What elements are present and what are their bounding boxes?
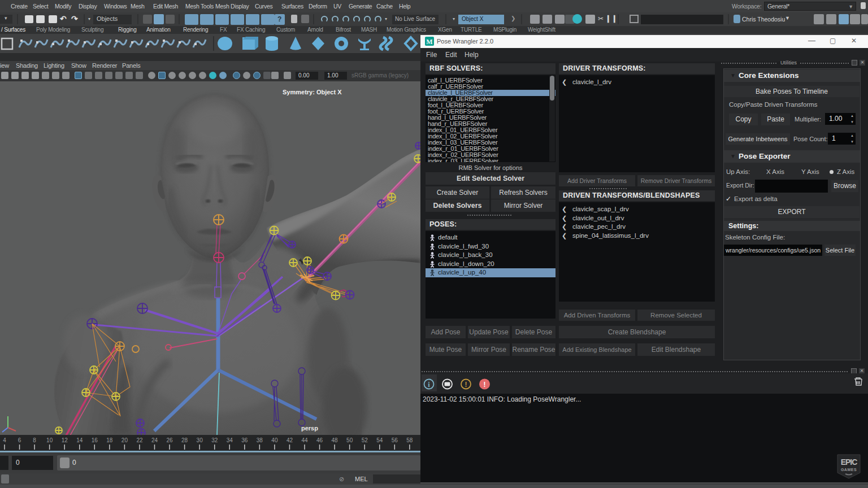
svg-text:26: 26 xyxy=(166,437,173,443)
svg-text:38: 38 xyxy=(257,437,263,443)
svg-text:30: 30 xyxy=(197,437,203,443)
svg-text:18: 18 xyxy=(106,437,113,443)
svg-text:24: 24 xyxy=(151,437,158,443)
svg-text:20: 20 xyxy=(121,437,128,443)
svg-text:10: 10 xyxy=(46,437,53,443)
svg-text:46: 46 xyxy=(316,437,323,443)
svg-text:28: 28 xyxy=(181,437,188,443)
svg-text:44: 44 xyxy=(301,437,308,443)
svg-text:56: 56 xyxy=(392,437,398,443)
svg-text:14: 14 xyxy=(76,437,83,443)
svg-text:58: 58 xyxy=(406,437,413,443)
svg-text:22: 22 xyxy=(136,437,143,443)
svg-text:6: 6 xyxy=(18,437,21,443)
svg-text:48: 48 xyxy=(332,437,338,443)
svg-text:!: ! xyxy=(465,381,467,389)
svg-text:8: 8 xyxy=(33,437,36,443)
svg-text:52: 52 xyxy=(362,437,368,443)
svg-text:Symmetry: Object X: Symmetry: Object X xyxy=(283,89,342,95)
svg-text:40: 40 xyxy=(271,437,278,443)
svg-text:16: 16 xyxy=(92,437,98,443)
svg-text:M: M xyxy=(426,38,432,46)
svg-text:12: 12 xyxy=(62,437,68,443)
svg-text:GAMES: GAMES xyxy=(841,468,857,472)
svg-text:EPIC: EPIC xyxy=(841,457,858,467)
svg-text:36: 36 xyxy=(241,437,248,443)
svg-text:50: 50 xyxy=(346,437,353,443)
svg-text:i: i xyxy=(428,381,430,389)
svg-text:54: 54 xyxy=(376,437,383,443)
svg-text:!: ! xyxy=(484,381,486,389)
svg-text:4: 4 xyxy=(3,437,6,443)
svg-text:persp: persp xyxy=(301,425,318,432)
svg-text:32: 32 xyxy=(211,437,218,443)
svg-text:34: 34 xyxy=(227,437,233,443)
svg-text:42: 42 xyxy=(287,437,293,443)
